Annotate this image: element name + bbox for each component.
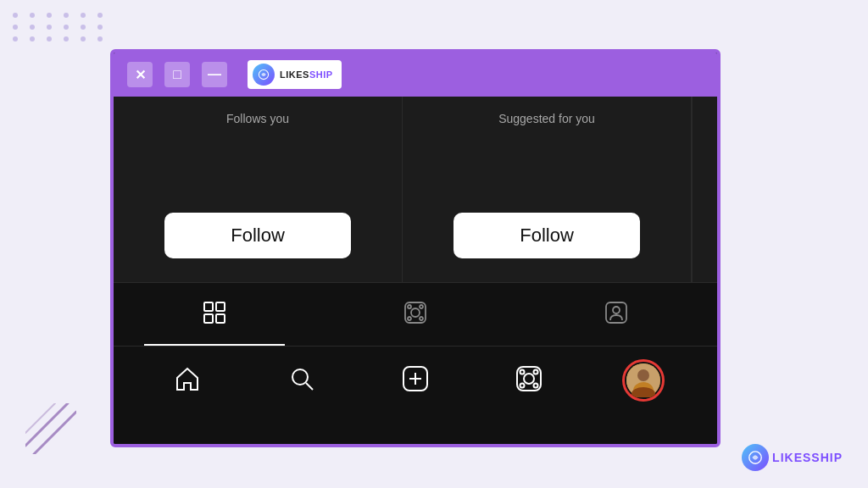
profile-avatar [622, 359, 665, 402]
svg-line-0 [25, 403, 68, 446]
decorative-dots [13, 13, 108, 42]
titlebar: ✕ □ — LIKESSHIP [114, 53, 717, 97]
svg-point-14 [420, 317, 423, 320]
svg-rect-5 [204, 302, 213, 311]
svg-point-10 [411, 308, 420, 317]
home-icon [173, 364, 202, 397]
svg-rect-7 [204, 314, 213, 323]
maximize-button[interactable]: □ [164, 62, 190, 87]
suggested-for-you-label: Suggested for you [498, 112, 595, 125]
tab-tagged[interactable] [516, 283, 717, 346]
follow-button-1[interactable]: Follow [164, 213, 351, 258]
follow-button-2[interactable]: Follow [453, 213, 640, 258]
svg-rect-8 [216, 314, 225, 323]
decorative-lines [25, 403, 76, 454]
svg-point-29 [637, 369, 649, 381]
titlebar-logo: LIKESSHIP [248, 60, 342, 89]
close-button[interactable]: ✕ [127, 62, 153, 87]
svg-point-26 [520, 383, 525, 387]
nav-home[interactable] [162, 355, 213, 406]
search-icon [287, 364, 316, 397]
minimize-button[interactable]: — [202, 62, 227, 87]
follows-you-label: Follows you [226, 112, 289, 125]
nav-search[interactable] [276, 355, 327, 406]
nav-profile[interactable] [618, 355, 669, 406]
reels-nav-icon [515, 364, 543, 397]
grid-icon [202, 300, 227, 330]
main-window: ✕ □ — LIKESSHIP Follows you Follow [110, 49, 721, 447]
suggestions-row: Follows you Follow Suggested for you Fol… [114, 97, 717, 283]
svg-rect-6 [216, 302, 225, 311]
svg-point-24 [520, 369, 525, 374]
profile-tabs [114, 283, 717, 347]
tagged-icon [604, 300, 629, 330]
nav-add[interactable] [390, 355, 441, 406]
avatar-image [626, 363, 660, 397]
bottom-right-logo: LIKESSHIP [742, 444, 843, 471]
bottom-logo-text: LIKESSHIP [772, 451, 843, 464]
suggestion-card-peek [692, 97, 717, 282]
svg-line-2 [25, 403, 55, 433]
svg-rect-15 [606, 302, 626, 323]
reels-icon [403, 300, 428, 330]
nav-reels[interactable] [504, 355, 554, 406]
svg-point-25 [534, 369, 538, 374]
suggestion-card-suggested: Suggested for you Follow [403, 97, 692, 282]
tab-grid[interactable] [114, 283, 314, 346]
titlebar-logo-icon [253, 64, 275, 86]
svg-point-11 [408, 305, 411, 308]
svg-point-12 [420, 305, 423, 308]
bottom-nav [114, 347, 717, 414]
svg-point-13 [408, 317, 411, 320]
svg-point-23 [524, 374, 534, 384]
titlebar-logo-text: LIKESSHIP [280, 69, 333, 80]
suggestion-card-follows: Follows you Follow [114, 97, 403, 282]
svg-point-17 [292, 369, 308, 385]
tab-reels[interactable] [314, 283, 515, 346]
logo-icon [742, 444, 769, 471]
add-icon [401, 364, 430, 397]
window-content: Follows you Follow Suggested for you Fol… [114, 97, 717, 444]
svg-point-27 [534, 383, 538, 387]
svg-line-18 [306, 383, 313, 390]
svg-point-16 [613, 307, 620, 313]
